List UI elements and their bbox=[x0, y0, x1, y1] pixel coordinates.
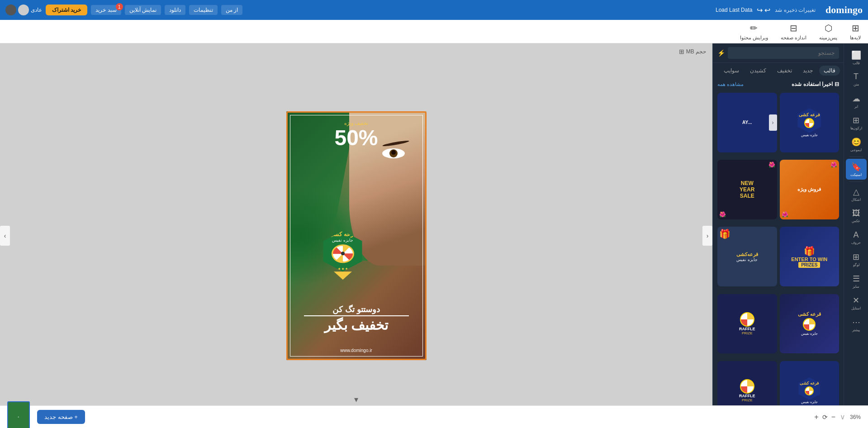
see-all-link[interactable]: مشاهده همه bbox=[717, 81, 744, 87]
tool-page-size[interactable]: ⊟ اندازه صفحه bbox=[781, 23, 806, 41]
sidebar-item-letters[interactable]: A حروف bbox=[846, 227, 867, 248]
top-bar: domingo تغییرات ذخیره شد ↩ ↪ Load Last D… bbox=[0, 0, 868, 20]
sidebar-item-shapes[interactable]: △ اشکال bbox=[846, 184, 867, 204]
tab-discount[interactable]: تخفیف bbox=[773, 66, 797, 76]
sidebar-item-template[interactable]: ⬜ قالب bbox=[846, 47, 867, 68]
undo-redo-group: ↩ ↪ bbox=[757, 6, 770, 14]
zoom-reset-button[interactable]: ⟳ bbox=[822, 414, 828, 421]
load-last-data-button[interactable]: Load Last Data bbox=[716, 7, 752, 13]
sidebar-item-cloud[interactable]: ☁ ابر bbox=[846, 90, 867, 111]
prize-label-7: PRIZE bbox=[742, 331, 753, 335]
canvas-prev-arrow[interactable]: ‹ bbox=[0, 226, 10, 246]
zoom-controls: 36% ∨ − ⟳ + bbox=[814, 413, 861, 421]
zoom-separator: ∨ bbox=[840, 413, 845, 421]
style-label: استایل bbox=[851, 306, 861, 310]
sticker-item-5[interactable]: 🎁 قرعه‌کشی جایزه نفیس bbox=[717, 227, 777, 286]
canvas-next-arrow[interactable]: › bbox=[702, 226, 712, 246]
raffle-sub-2: جایزه نفیس bbox=[801, 133, 818, 137]
filter-icon[interactable]: ⚡ bbox=[717, 49, 725, 57]
tool-background[interactable]: ⬡ پس‌زمینه bbox=[819, 23, 837, 41]
background-icon: ⬡ bbox=[825, 23, 832, 33]
background-label: پس‌زمینه bbox=[819, 35, 837, 41]
redo-button[interactable]: ↪ bbox=[757, 6, 763, 14]
recently-used-title: ⊟ اخیرا استفاده شده bbox=[792, 81, 839, 87]
photo-icon: 🖼 bbox=[852, 209, 860, 218]
sticker-item-2[interactable]: قرعه کشی جایزه نفیس bbox=[780, 93, 840, 152]
light-mode-icon[interactable] bbox=[18, 5, 29, 15]
sidebar-item-emoji[interactable]: 😊 ایموجی bbox=[846, 134, 867, 155]
sticker-item-8[interactable]: قرعه کشی جایزه نفیس bbox=[780, 294, 840, 354]
sidebar-item-more[interactable]: ⋯ پیشتر bbox=[846, 314, 867, 335]
spin-wheel-7 bbox=[740, 312, 754, 327]
canvas-expand-icon: ⊞ bbox=[679, 48, 684, 55]
sidebar-item-text[interactable]: T متن bbox=[846, 69, 867, 90]
prize-label-9: PRIZE bbox=[742, 398, 753, 402]
preview-button[interactable]: نمایش آنلاین bbox=[125, 5, 161, 15]
raffle-sub-10: جایزه نفیس bbox=[801, 400, 818, 404]
bottom-right-controls: + صفحه جدید ▪ 1 bbox=[7, 401, 85, 428]
sidebar-divider bbox=[849, 157, 863, 157]
zoom-out-button[interactable]: − bbox=[831, 413, 835, 421]
poster-underline bbox=[304, 315, 409, 316]
toolbar: ⊞ لایه‌ها ⬡ پس‌زمینه ⊟ اندازه صفحه ✏ ویر… bbox=[0, 20, 868, 43]
canvas-bottom-arrow[interactable]: ▾ bbox=[354, 395, 358, 404]
sidebar-item-sticker[interactable]: 🔖 استیکت bbox=[846, 159, 867, 180]
photo-label: عکس bbox=[852, 219, 860, 223]
tool-layers[interactable]: ⊞ لایه‌ها bbox=[850, 23, 861, 41]
raffle-label-1: ...AY bbox=[742, 120, 752, 125]
search-input[interactable] bbox=[728, 47, 839, 59]
icon-sidebar: ⬜ قالب T متن ☁ ابر ⊞ ارکون‌ها 😊 ایموجی 🔖… bbox=[844, 43, 868, 428]
flower-deco-4b: 🌺 bbox=[782, 211, 788, 218]
sticker-item-4[interactable]: 🌺 🌺 فروش ویژه bbox=[780, 160, 840, 219]
zoom-in-button[interactable]: + bbox=[814, 413, 818, 421]
undo-button[interactable]: ↩ bbox=[764, 6, 770, 14]
sticker-item-1[interactable]: › ...AY bbox=[717, 93, 777, 152]
zoom-percent: 36% bbox=[850, 414, 861, 420]
dark-mode-icon[interactable] bbox=[5, 5, 16, 15]
raffle-title-8: قرعه کشی bbox=[798, 311, 821, 317]
download-button[interactable]: دانلود bbox=[165, 5, 185, 15]
poster-line1: دوستتو تگ کن bbox=[291, 304, 422, 314]
spin-wheel-9 bbox=[740, 379, 754, 394]
more-label: پیشتر bbox=[852, 328, 860, 332]
decorative-stars: ✦✦✦ bbox=[337, 266, 348, 271]
raffle-title-2: قرعه کشی bbox=[799, 112, 820, 117]
tab-draw[interactable]: کشیدن bbox=[745, 66, 771, 76]
style-icon: ✕ bbox=[853, 295, 859, 305]
gift-icon-5: 🎁 bbox=[719, 228, 730, 239]
page-thumbnail[interactable]: ▪ bbox=[7, 401, 30, 428]
layers-icon: ⊞ bbox=[852, 23, 859, 33]
shapes-label: اشکال bbox=[851, 198, 861, 202]
add-page-button[interactable]: + صفحه جدید bbox=[37, 410, 85, 424]
panel-prev-arrow[interactable]: › bbox=[769, 114, 777, 131]
poster-wrapper[interactable]: تخفیف ویژه 50% قرعه کشی جایزه نفیس ✦✦✦ bbox=[286, 111, 427, 360]
letters-label: حروف bbox=[851, 241, 861, 245]
profile-button[interactable]: از من bbox=[221, 5, 242, 15]
sticker-item-7[interactable]: RAFFLE PRIZE bbox=[717, 294, 777, 354]
hex-title: قرعه کشی bbox=[329, 231, 356, 238]
cloud-label: ابر bbox=[854, 105, 858, 109]
enter-win-title: ENTER TO WIN bbox=[791, 257, 827, 262]
tab-template[interactable]: قالب bbox=[819, 66, 840, 76]
canvas-area: ⊞ MB حجم ‹ › bbox=[0, 43, 712, 428]
sidebar-item-photo[interactable]: 🖼 عکس bbox=[846, 205, 867, 226]
sidebar-item-style[interactable]: ✕ استایل bbox=[846, 292, 867, 313]
buy-subscription-button[interactable]: خرید اشتراک bbox=[46, 5, 87, 15]
sticker-raffle-text1: ...AY bbox=[742, 120, 752, 125]
mini-wheel-10 bbox=[805, 386, 814, 395]
sidebar-item-size[interactable]: ☰ سایز bbox=[846, 271, 867, 291]
sidebar-item-elements[interactable]: ⊞ ارکون‌ها bbox=[846, 112, 867, 133]
hex-badge: قرعه کشی جایزه نفیس ✦✦✦ bbox=[320, 231, 365, 280]
qoree-sub-5: جایزه نفیس bbox=[736, 257, 758, 262]
tab-swipe[interactable]: سوایپ bbox=[719, 66, 744, 76]
tool-edit[interactable]: ✏ ویرایش محتوا bbox=[740, 23, 768, 41]
sticker-item-3[interactable]: 🌺 🌺 NEWYEARSALE bbox=[717, 160, 777, 219]
sidebar-item-logo[interactable]: ⊞ لوگو bbox=[846, 249, 867, 270]
logo-label: لوگو bbox=[853, 263, 859, 267]
sticker-panel: ⚡ قالب جدید تخفیف کشیدن سوایپ ⊟ اخیرا اس… bbox=[712, 43, 844, 428]
mini-wheel-2 bbox=[804, 118, 814, 128]
sticker-item-6[interactable]: 🎁 ENTER TO WIN PRIZES bbox=[780, 227, 840, 286]
tab-new[interactable]: جدید bbox=[798, 66, 817, 76]
sale-text-4: فروش ویژه bbox=[797, 186, 821, 192]
settings-button[interactable]: تنظیمات bbox=[189, 5, 218, 15]
